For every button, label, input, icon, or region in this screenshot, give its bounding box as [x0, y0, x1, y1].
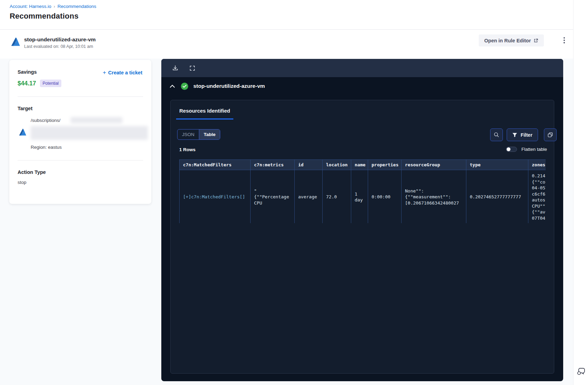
- action-type-value: stop: [18, 180, 27, 185]
- azure-logo-icon: [10, 37, 21, 46]
- download-button[interactable]: [170, 63, 180, 73]
- chevron-up-icon: [170, 85, 175, 88]
- rows-count: 1 Rows: [179, 147, 195, 152]
- breadcrumb: Account: Harness.io › Recommendations: [10, 4, 96, 9]
- results-toolbar: [161, 59, 563, 77]
- savings-row: $44.17 Potential: [18, 80, 61, 87]
- col-header-location: location: [323, 160, 351, 170]
- redacted-resource-path: [31, 126, 148, 140]
- col-header-type: type: [466, 160, 528, 170]
- table-meta-row: 1 Rows Flatten table: [171, 146, 554, 154]
- table-controls: JSON Table Filter: [171, 128, 554, 142]
- savings-label: Savings: [18, 69, 37, 75]
- tab-resources-identified[interactable]: Resources Identified: [176, 108, 233, 119]
- page-title: Recommendations: [10, 12, 79, 21]
- redacted-subscription-id: [71, 117, 122, 123]
- summary-card: Savings + Create a ticket $44.17 Potenti…: [9, 60, 151, 204]
- cell-matched-filters-expand[interactable]: [+]c7n:MatchedFilters[]: [180, 170, 251, 223]
- search-button[interactable]: [490, 128, 503, 141]
- cell-type: 0.20274652777777777: [466, 170, 528, 223]
- filter-icon: [512, 133, 517, 137]
- chat-bubble-icon: [576, 366, 586, 376]
- resources-table: c7n:MatchedFilters c7n:metrics id locati…: [179, 159, 546, 223]
- divider: [18, 96, 143, 97]
- action-type-label: Action Type: [18, 169, 46, 175]
- plus-icon: +: [103, 69, 106, 76]
- copy-icon: [547, 132, 553, 138]
- rule-header: stop-underutilized-azure-vm Last evaluat…: [0, 30, 573, 59]
- create-ticket-button[interactable]: + Create a ticket: [103, 69, 142, 76]
- fullscreen-icon: [189, 65, 195, 71]
- copy-button[interactable]: [544, 128, 557, 141]
- col-header-properties: properties: [368, 160, 402, 170]
- breadcrumb-separator-icon: ›: [54, 4, 55, 9]
- col-header-metrics: c7n:metrics: [251, 160, 295, 170]
- right-gutter: [573, 0, 588, 385]
- savings-potential-badge: Potential: [40, 80, 62, 87]
- target-label: Target: [18, 106, 32, 111]
- azure-icon: [18, 128, 27, 136]
- fullscreen-button[interactable]: [187, 63, 197, 73]
- resources-table-container[interactable]: c7n:MatchedFilters c7n:metrics id locati…: [179, 159, 546, 223]
- breadcrumb-current-link[interactable]: Recommendations: [58, 4, 97, 9]
- filter-label: Filter: [520, 132, 532, 138]
- success-status-icon: [181, 83, 188, 90]
- col-header-name: name: [351, 160, 368, 170]
- external-link-icon: [534, 38, 538, 43]
- cell-id: average: [295, 170, 323, 223]
- cell-zones: 0.21423 {""cost 04-05T0 c6cf625 autosto …: [528, 170, 546, 223]
- open-rule-editor-label: Open in Rule Editor: [484, 38, 531, 43]
- filter-button[interactable]: Filter: [507, 128, 538, 141]
- cell-location: 72.0: [323, 170, 351, 223]
- view-toggle: JSON Table: [177, 129, 220, 140]
- open-rule-editor-button[interactable]: Open in Rule Editor: [479, 34, 544, 46]
- rule-result-header: stop-underutilized-azure-vm: [161, 77, 563, 95]
- cell-name: 1 day: [351, 170, 368, 223]
- flatten-toggle-group: Flatten table: [506, 147, 547, 152]
- col-header-resource-group: resourceGroup: [402, 160, 466, 170]
- results-panel: stop-underutilized-azure-vm Resources Id…: [161, 59, 563, 381]
- rule-name: stop-underutilized-azure-vm: [24, 37, 96, 43]
- savings-value: $44.17: [18, 80, 36, 87]
- breadcrumb-account-link[interactable]: Account: Harness.io: [10, 4, 51, 9]
- col-header-matched-filters: c7n:MatchedFilters: [180, 160, 251, 170]
- flatten-table-label: Flatten table: [521, 147, 547, 152]
- view-toggle-table[interactable]: Table: [199, 129, 220, 139]
- top-bar: Account: Harness.io › Recommendations Re…: [0, 0, 573, 30]
- help-chat-button[interactable]: [576, 366, 587, 377]
- col-header-id: id: [295, 160, 323, 170]
- divider: [18, 160, 143, 160]
- cell-metrics: " {""Percentage CPU: [251, 170, 295, 223]
- resources-card: Resources Identified JSON Table Filter: [170, 100, 554, 374]
- create-ticket-label: Create a ticket: [108, 70, 142, 75]
- download-icon: [172, 65, 179, 71]
- search-icon: [494, 132, 499, 138]
- cell-properties: 0:00:00: [368, 170, 402, 223]
- cell-resource-group: None"": {""measurement"": [0.20671066342…: [402, 170, 466, 223]
- rule-result-title: stop-underutilized-azure-vm: [193, 83, 265, 89]
- collapse-button[interactable]: [169, 83, 176, 90]
- table-header-row: c7n:MatchedFilters c7n:metrics id locati…: [180, 160, 546, 170]
- recommendation-detail-page: Account: Harness.io › Recommendations Re…: [0, 0, 588, 385]
- more-options-button[interactable]: [559, 35, 570, 46]
- table-row: [+]c7n:MatchedFilters[] " {""Percentage …: [180, 170, 546, 223]
- region-text: Region: eastus: [31, 145, 62, 150]
- rule-last-evaluated: Last evaluated on: 08 Apr, 10:01 am: [24, 44, 93, 49]
- target-path: /subscriptions/: [31, 118, 60, 123]
- flatten-table-toggle[interactable]: [506, 147, 517, 152]
- toggle-knob: [507, 147, 510, 151]
- col-header-zones: zones: [528, 160, 546, 170]
- view-toggle-json[interactable]: JSON: [178, 129, 199, 139]
